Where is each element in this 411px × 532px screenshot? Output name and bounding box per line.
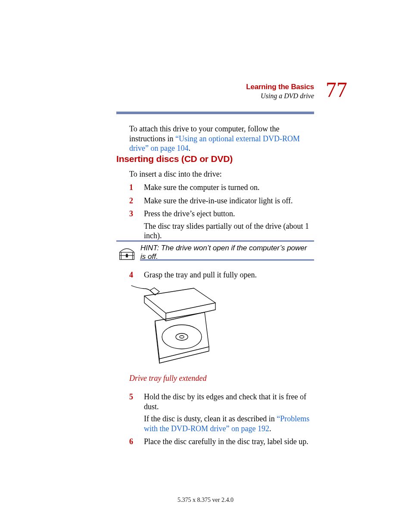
header-rule [116,112,314,114]
hint-text: HINT: The drive won’t open if the comput… [140,244,314,261]
steps-list-1: 1 Make sure the computer is turned on. 2… [129,183,314,244]
step-item: 3 Press the drive’s eject button. The di… [129,209,314,241]
step-text: Make sure the computer is turned on. [144,183,314,193]
text-run: . [269,424,271,433]
dvd-drive-tray-illustration [129,282,222,370]
hint-rule-top [116,240,314,242]
step-number: 6 [129,437,137,447]
step-item: 2 Make sure the drive-in-use indicator l… [129,196,314,206]
step-text-main: Press the drive’s eject button. [144,209,235,218]
text-run: . [188,144,190,152]
step-continuation: The disc tray slides partially out of th… [144,221,314,241]
step-text: Press the drive’s eject button. The disc… [144,209,314,241]
step-text: Make sure the drive-in-use indicator lig… [144,196,314,206]
step-text-main: Hold the disc by its edges and check tha… [144,392,306,411]
page-header: Learning the Basics Using a DVD drive [246,83,314,100]
page-footer: 5.375 x 8.375 ver 2.4.0 [0,497,411,504]
section-subtitle: Using a DVD drive [246,92,314,100]
step-item: 5 Hold the disc by its edges and check t… [129,392,314,433]
steps-list-2b: 5 Hold the disc by its edges and check t… [129,392,314,450]
step-number: 4 [129,270,137,280]
opening-paragraph: To attach this drive to your computer, f… [129,124,314,153]
step-item: 6 Place the disc carefully in the disc t… [129,437,314,447]
step-number: 3 [129,209,137,241]
step-continuation: If the disc is dusty, clean it as descri… [144,414,314,433]
step-text: Hold the disc by its edges and check tha… [144,392,314,433]
page: Learning the Basics Using a DVD drive 77… [0,0,411,532]
steps-list-2a: 4 Grasp the tray and pull it fully open. [129,270,314,283]
treasure-chest-icon [117,243,137,263]
step-text: Grasp the tray and pull it fully open. [144,270,314,280]
hint-rule-bottom [140,259,314,261]
page-number: 77 [326,79,347,100]
chapter-title: Learning the Basics [246,83,314,91]
step-item: 1 Make sure the computer is turned on. [129,183,314,193]
intro-line: To insert a disc into the drive: [129,170,222,179]
step-item: 4 Grasp the tray and pull it fully open. [129,270,314,280]
step-number: 2 [129,196,137,206]
step-number: 5 [129,392,137,433]
step-number: 1 [129,183,137,193]
heading-inserting-discs: Inserting discs (CD or DVD) [116,154,233,164]
hint-label: HINT: [140,244,161,252]
svg-point-0 [162,325,202,349]
svg-point-1 [176,333,188,340]
svg-point-2 [180,336,184,338]
figure-caption: Drive tray fully extended [129,374,206,383]
hint-body: The drive won’t open if the computer’s p… [140,244,307,261]
step-text: Place the disc carefully in the disc tra… [144,437,314,447]
text-run: If the disc is dusty, clean it as descri… [144,414,277,423]
